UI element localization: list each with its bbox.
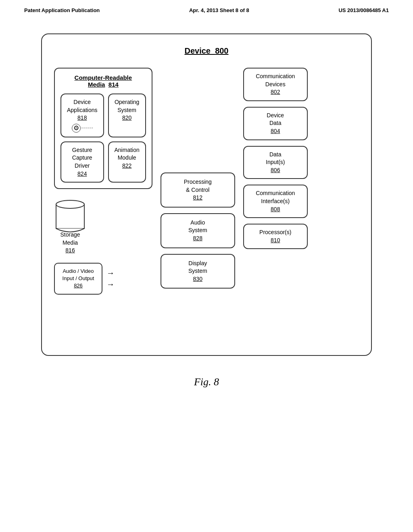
av-arrows: → → (106, 269, 115, 288)
storage-media-area: StorageMedia 816 (54, 197, 152, 255)
device-data-box: DeviceData 804 (243, 107, 308, 140)
audio-system-box: AudioSystem 828 (161, 213, 235, 248)
right-column: CommunicationDevices 802 DeviceData 804 … (243, 68, 308, 249)
display-system-box: DisplaySystem 830 (161, 254, 235, 289)
operating-system-box: OperatingSystem 820 (108, 94, 146, 137)
processing-control-box: Processing& Control 812 (161, 172, 235, 208)
page-header: Patent Application Publication Apr. 4, 2… (0, 0, 413, 17)
header-center: Apr. 4, 2013 Sheet 8 of 8 (189, 7, 249, 13)
data-inputs-box: DataInput(s) 806 (243, 146, 308, 179)
dotted-connector (81, 128, 93, 128)
crm-grid: DeviceApplications 818 ⚙ OperatingSystem… (60, 94, 146, 183)
svg-point-1 (56, 200, 84, 208)
communication-devices-box: CommunicationDevices 802 (243, 68, 308, 101)
processors-box: Processor(s) 810 (243, 224, 308, 249)
left-column: Computer-Readable Media 814 DeviceApplic… (54, 68, 152, 295)
crm-title: Computer-Readable Media 814 (60, 74, 146, 88)
diagram-columns: Computer-Readable Media 814 DeviceApplic… (54, 68, 359, 295)
crm-box: Computer-Readable Media 814 DeviceApplic… (54, 68, 152, 189)
arrow-down: → (106, 280, 115, 288)
animation-module-box: AnimationModule 822 (108, 141, 146, 183)
av-area: Audio / VideoInput / Output 826 → → (54, 263, 152, 295)
diagram-container: Device 800 Computer-Readable Media 814 D… (41, 33, 372, 356)
av-box: Audio / VideoInput / Output 826 (54, 263, 102, 295)
gesture-capture-box: Gesture CaptureDriver 824 (60, 141, 104, 183)
header-left: Patent Application Publication (24, 7, 100, 13)
device-applications-box: DeviceApplications 818 ⚙ (60, 94, 104, 137)
figure-caption: Fig. 8 (0, 376, 413, 388)
mid-column: Processing& Control 812 AudioSystem 828 … (161, 68, 235, 294)
gear-icon: ⚙ (72, 124, 81, 133)
header-right: US 2013/0086485 A1 (338, 7, 389, 13)
communication-interfaces-box: CommunicationInterface(s) 808 (243, 185, 308, 218)
device-title: Device 800 (54, 46, 359, 56)
arrow-up: → (106, 269, 115, 277)
storage-media-cylinder: StorageMedia 816 (54, 197, 86, 255)
